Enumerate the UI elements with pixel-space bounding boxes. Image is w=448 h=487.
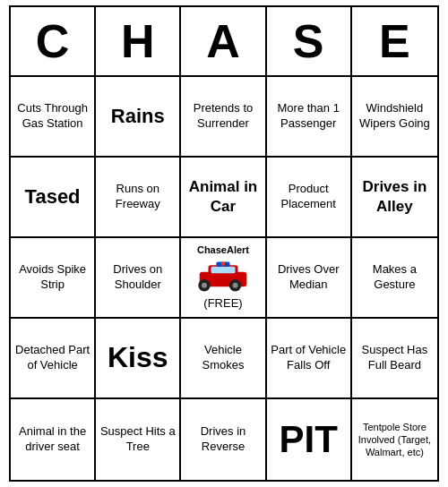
bingo-cell-r3c5[interactable]: Makes a Gesture <box>352 238 437 319</box>
bingo-cell-r1c1[interactable]: Cuts Through Gas Station <box>11 77 96 158</box>
bingo-cell-r3c2[interactable]: Drives on Shoulder <box>96 238 181 319</box>
car-icon <box>196 259 250 295</box>
bingo-cell-r2c5[interactable]: Drives in Alley <box>352 158 437 238</box>
title-letter: A <box>181 7 266 75</box>
bingo-cell-r2c2[interactable]: Runs on Freeway <box>96 158 181 238</box>
bingo-grid: Cuts Through Gas StationRainsPretends to… <box>11 77 437 480</box>
bingo-title: CHASE <box>11 7 437 77</box>
bingo-cell-r5c4[interactable]: PIT <box>267 399 352 480</box>
svg-point-4 <box>202 282 207 287</box>
svg-rect-2 <box>211 266 235 273</box>
bingo-cell-r1c3[interactable]: Pretends to Surrender <box>181 77 266 158</box>
bingo-cell-r5c1[interactable]: Animal in the driver seat <box>11 399 96 480</box>
bingo-cell-r5c2[interactable]: Suspect Hits a Tree <box>96 399 181 480</box>
chase-alert-label: ChaseAlert <box>197 244 249 256</box>
bingo-cell-r2c1[interactable]: Tased <box>11 158 96 238</box>
svg-point-6 <box>232 282 237 287</box>
bingo-cell-r4c3[interactable]: Vehicle Smokes <box>181 319 266 399</box>
bingo-cell-r4c2[interactable]: Kiss <box>96 319 181 399</box>
bingo-cell-r3c4[interactable]: Drives Over Median <box>267 238 352 319</box>
bingo-cell-r1c2[interactable]: Rains <box>96 77 181 158</box>
bingo-cell-r2c4[interactable]: Product Placement <box>267 158 352 238</box>
title-letter: E <box>352 7 437 75</box>
title-letter: S <box>267 7 352 75</box>
bingo-cell-r3c3[interactable]: ChaseAlert(FREE) <box>181 238 266 319</box>
bingo-cell-r3c1[interactable]: Avoids Spike Strip <box>11 238 96 319</box>
bingo-cell-r2c3[interactable]: Animal in Car <box>181 158 266 238</box>
free-label: (FREE) <box>203 296 242 312</box>
bingo-cell-r4c4[interactable]: Part of Vehicle Falls Off <box>267 319 352 399</box>
bingo-cell-r1c5[interactable]: Windshield Wipers Going <box>352 77 437 158</box>
svg-point-8 <box>221 261 226 266</box>
bingo-cell-r4c1[interactable]: Detached Part of Vehicle <box>11 319 96 399</box>
title-letter: C <box>11 7 96 75</box>
bingo-cell-r5c3[interactable]: Drives in Reverse <box>181 399 266 480</box>
bingo-cell-r5c5[interactable]: Tentpole Store Involved (Target, Walmart… <box>352 399 437 480</box>
bingo-card: CHASE Cuts Through Gas StationRainsPrete… <box>9 5 439 482</box>
title-letter: H <box>96 7 181 75</box>
bingo-cell-r1c4[interactable]: More than 1 Passenger <box>267 77 352 158</box>
bingo-cell-r4c5[interactable]: Suspect Has Full Beard <box>352 319 437 399</box>
pit-text: PIT <box>280 415 338 465</box>
